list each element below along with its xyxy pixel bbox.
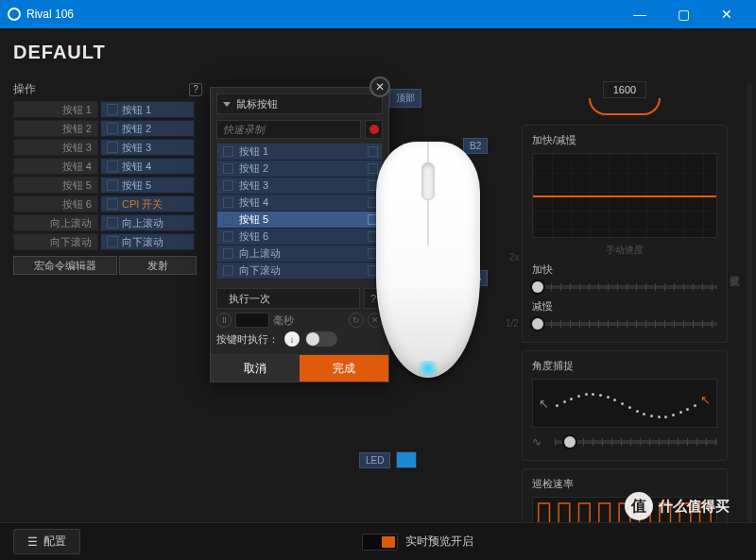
ops-row-value[interactable]: 按钮 3 xyxy=(100,139,195,156)
ops-row-label: 按钮 1 xyxy=(13,101,98,118)
ops-row-value[interactable]: 按钮 4 xyxy=(100,158,195,175)
led-control: LED xyxy=(359,451,417,468)
cpi-value[interactable]: 1600 xyxy=(603,81,646,98)
pause-icon[interactable]: ⏸ xyxy=(216,313,232,328)
ops-row-value[interactable]: CPI 开关 xyxy=(100,195,195,212)
list-icon: ☰ xyxy=(27,535,38,549)
ops-row-value[interactable]: 向上滚动 xyxy=(100,214,195,231)
maximize-button[interactable]: ▢ xyxy=(662,0,705,28)
slower-slider[interactable] xyxy=(532,315,717,332)
accel-panel: 加快/减慢 灵敏度 2x 1/2 手动速度 加快 减慢 xyxy=(522,125,728,343)
cursor-icon: ↖ xyxy=(539,397,549,411)
angle-graph: ↖ ↖ xyxy=(532,379,717,428)
minimize-button[interactable]: — xyxy=(618,0,662,28)
ops-row-value[interactable]: 向下滚动 xyxy=(100,233,195,250)
macro-editor-button[interactable]: 宏命令编辑器 xyxy=(13,256,117,275)
record-button[interactable] xyxy=(365,120,383,139)
fire-button[interactable]: 发射 xyxy=(119,256,197,275)
ms-label: 毫秒 xyxy=(273,314,294,328)
app-logo-icon xyxy=(8,8,21,21)
down-arrow-icon: ↓ xyxy=(284,331,300,347)
angle-title: 角度捕捉 xyxy=(532,359,717,373)
action-type-dropdown[interactable]: 鼠标按钮 xyxy=(216,93,383,114)
ops-row-label: 向下滚动 xyxy=(13,233,98,250)
bottom-bar: ☰配置 实时预览开启 xyxy=(0,522,756,560)
ops-row-value[interactable]: 按钮 2 xyxy=(100,120,195,137)
close-button[interactable]: ✕ xyxy=(705,0,748,28)
popup-close-button[interactable]: ✕ xyxy=(369,76,390,97)
preview-toggle[interactable]: 实时预览开启 xyxy=(362,534,473,551)
ops-row-label: 向上滚动 xyxy=(13,214,98,231)
ops-row-label: 按钮 4 xyxy=(13,158,98,175)
quick-record-input[interactable] xyxy=(216,120,361,139)
help-icon[interactable]: ? xyxy=(189,83,202,96)
ops-row-value[interactable]: 按钮 1 xyxy=(100,101,195,118)
angle-panel: 角度捕捉 ↖ ↖ ∿ xyxy=(522,350,728,461)
execute-mode-dropdown[interactable]: 执行一次 xyxy=(216,288,360,309)
led-color-swatch[interactable] xyxy=(396,451,417,468)
ops-row-label: 按钮 6 xyxy=(13,195,98,212)
config-button[interactable]: ☰配置 xyxy=(13,529,80,554)
accel-title: 加快/减慢 xyxy=(532,133,717,147)
exec-label: 按键时执行： xyxy=(216,332,279,347)
vertical-scrollbar[interactable] xyxy=(747,83,752,536)
sine-icon: ∿ xyxy=(532,435,549,449)
ops-row-label: 按钮 3 xyxy=(13,139,98,156)
ops-row-label: 按钮 2 xyxy=(13,120,98,137)
faster-slider[interactable] xyxy=(532,279,717,296)
watermark: 值什么值得买 xyxy=(625,492,730,520)
ops-row-value[interactable]: 按钮 5 xyxy=(100,177,195,194)
tag-top[interactable]: 顶部 xyxy=(389,89,421,108)
delay-input[interactable] xyxy=(235,313,269,328)
mouse-illustration xyxy=(357,142,499,387)
titlebar: Rival 106 — ▢ ✕ xyxy=(0,0,756,28)
polling-title: 巡检速率 xyxy=(532,477,717,491)
accel-graph xyxy=(532,153,717,238)
window-title: Rival 106 xyxy=(26,8,74,21)
cancel-button[interactable]: 取消 xyxy=(211,355,300,382)
ops-row-label: 按钮 5 xyxy=(13,177,98,194)
cpi-display: 1600 xyxy=(522,81,728,125)
led-label: LED xyxy=(359,452,390,468)
exec-toggle[interactable] xyxy=(305,331,337,347)
cursor-icon: ↖ xyxy=(700,393,711,407)
operations-title: 操作 xyxy=(13,81,36,97)
operations-panel: 操作 ? 按钮 1按钮 1按钮 2按钮 2按钮 3按钮 3按钮 4按钮 4按钮 … xyxy=(13,81,202,275)
angle-slider[interactable] xyxy=(555,433,717,450)
profile-heading: DEFAULT xyxy=(13,42,106,63)
accel-caption: 手动速度 xyxy=(532,244,717,257)
